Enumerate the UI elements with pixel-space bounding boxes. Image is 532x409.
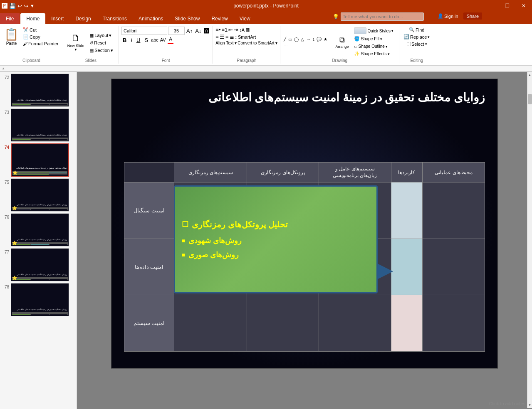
smartart-button[interactable]: SmartArt (238, 34, 256, 39)
slide-thumb-78[interactable]: 78 زوایای مختلف تحقیق در زمینهٔ امنیت سی… (2, 283, 75, 316)
italic-button[interactable]: I (129, 37, 134, 44)
decrease-indent-button[interactable]: ⇤ (228, 27, 233, 33)
line-spacing-button[interactable]: ↕ (235, 34, 238, 39)
save-icon[interactable]: 💾 (9, 3, 16, 9)
tab-review[interactable]: Review (205, 13, 233, 24)
quick-styles-dropdown-icon[interactable]: ▾ (391, 29, 393, 33)
select-dropdown[interactable]: ▾ (425, 42, 427, 46)
shape-line[interactable]: ╱ (283, 37, 287, 42)
slide-canvas[interactable]: زوایای مختلف تحقیق در زمینهٔ امنیت سیستم… (111, 79, 498, 369)
font-name-input[interactable] (121, 27, 167, 35)
scroll-down-button[interactable]: ▼ (527, 402, 532, 408)
tab-transitions[interactable]: Transitions (97, 13, 133, 24)
restore-button[interactable]: ❐ (499, 0, 515, 12)
share-button[interactable]: Share (463, 12, 482, 20)
clear-format-button[interactable]: 🅰 (203, 27, 210, 34)
tab-file[interactable]: File (0, 13, 20, 24)
new-slide-button[interactable]: 🗋 New Slide ▼ (66, 32, 86, 52)
signal-apps[interactable] (391, 182, 422, 239)
replace-dropdown[interactable]: ▾ (428, 35, 430, 39)
find-button[interactable]: 🔍 Find (407, 27, 426, 33)
shape-outline-dropdown[interactable]: ▾ (386, 44, 388, 49)
format-painter-button[interactable]: 🖌 Format Painter (21, 41, 60, 47)
data-env[interactable] (423, 239, 485, 295)
tab-design[interactable]: Design (69, 13, 97, 24)
align-center-button[interactable]: ☰ (220, 34, 225, 40)
convert-smartart-button[interactable]: Convert to SmartArt ▾ (238, 41, 277, 45)
tab-home[interactable]: Home (20, 13, 45, 24)
font-size-input[interactable] (168, 27, 185, 35)
minimize-button[interactable]: ─ (482, 0, 499, 12)
system-apps[interactable] (391, 295, 422, 352)
justify-button[interactable]: ≣ (230, 34, 234, 40)
numbering-button[interactable]: ≡1 (221, 27, 228, 33)
tab-view[interactable]: View (234, 13, 256, 24)
columns-button[interactable]: ▦ (245, 27, 250, 32)
replace-button[interactable]: 🔄 Replace ▾ (402, 34, 431, 40)
shape-triangle[interactable]: △ (300, 37, 305, 42)
customize-icon[interactable]: ▼ (30, 3, 35, 8)
shape-outline-button[interactable]: ▱ Shape Outline ▾ (351, 43, 396, 50)
tab-slideshow[interactable]: Slide Show (169, 13, 205, 24)
slide-panel[interactable]: 72 زوایای مختلف تحقیق در زمینهٔ امنیت سی… (0, 72, 77, 409)
signal-env[interactable] (423, 182, 485, 239)
select-button[interactable]: ⬚ Select ▾ (405, 41, 429, 47)
system-crypto[interactable] (174, 295, 247, 352)
increase-indent-button[interactable]: ⇥ (234, 27, 238, 33)
tab-insert[interactable]: Insert (45, 13, 69, 24)
align-text-button[interactable]: Align Text ▾ (215, 41, 237, 45)
grow-font-button[interactable]: A↑ (186, 27, 193, 34)
shape-effects-button[interactable]: ✨ Shape Effects ▾ (351, 50, 396, 57)
shape-star[interactable]: ★ (323, 37, 328, 42)
shrink-font-button[interactable]: A↓ (194, 27, 202, 34)
close-button[interactable]: ✕ (515, 0, 532, 12)
system-env[interactable] (423, 295, 485, 352)
char-spacing-button[interactable]: AV (160, 37, 166, 42)
scroll-up-button[interactable]: ▲ (527, 72, 532, 78)
arrange-button[interactable]: ⧉ Arrange (334, 35, 350, 49)
font-color-button[interactable]: A (168, 36, 174, 44)
shape-callout[interactable]: 💬 (316, 37, 322, 42)
green-overlay-box[interactable]: تحلیل پروتکل‌های رمزنگاری ☐ روش‌های شهود… (174, 185, 378, 293)
text-shadow-button[interactable]: abc (151, 37, 158, 42)
tab-animations[interactable]: Animations (133, 13, 169, 24)
shape-rect[interactable]: ▭ (287, 37, 293, 42)
bullets-button[interactable]: ≡• (215, 27, 220, 33)
section-button[interactable]: ▤ Section ▾ (87, 47, 116, 54)
slide-thumb-73[interactable]: 73 زوایای مختلف تحقیق در زمینهٔ امنیت سی… (2, 108, 75, 142)
slide-thumb-77[interactable]: 77 زوایای مختلف تحقیق در زمینهٔ امنیت سی… (2, 248, 75, 281)
cut-button[interactable]: ✂️ Cut (21, 27, 60, 33)
ruler-toggle[interactable]: ▲ (2, 67, 5, 70)
slide-area[interactable]: ▲ ▼ زوایای مختلف تحقیق در زمینهٔ امنیت س… (77, 72, 532, 409)
shapes-more[interactable]: ⋯ (283, 42, 289, 48)
copy-button[interactable]: 📄 Copy (21, 34, 60, 40)
layout-button[interactable]: ▦ Layout ▾ (87, 32, 116, 39)
quick-styles-button[interactable]: Quick Styles ▾ (351, 27, 396, 35)
system-protocol[interactable] (247, 295, 319, 352)
undo-icon[interactable]: ↩ (17, 3, 22, 9)
underline-button[interactable]: U (135, 37, 141, 44)
text-direction-button[interactable]: ↕A (239, 27, 245, 32)
slide-thumb-75[interactable]: 75 زوایای مختلف تحقیق در زمینهٔ امنیت سی… (2, 178, 75, 212)
window-controls[interactable]: ─ ❐ ✕ (482, 0, 532, 12)
slide-thumb-76[interactable]: 76 زوایای مختلف تحقیق در زمینهٔ امنیت سی… (2, 213, 75, 246)
paste-button[interactable]: 📋 Paste (2, 27, 20, 47)
shape-fill-dropdown[interactable]: ▾ (380, 37, 382, 41)
system-os[interactable] (319, 295, 391, 352)
quick-access-toolbar[interactable]: 🅿 💾 ↩ ↪ ▼ (0, 0, 35, 12)
slide-thumb-72[interactable]: 72 زوایای مختلف تحقیق در زمینهٔ امنیت سی… (2, 74, 75, 107)
shape-connector[interactable]: ⤵ (312, 37, 315, 42)
shape-effects-dropdown[interactable]: ▾ (388, 52, 390, 56)
align-left-button[interactable]: ≡ (215, 34, 219, 40)
slide-thumb-74[interactable]: 74 زوایای مختلف تحقیق در زمینهٔ امنیت سی… (2, 143, 75, 177)
align-right-button[interactable]: ≡ (225, 34, 229, 40)
shape-fill-button[interactable]: 🪣 Shape Fill ▾ (351, 35, 396, 42)
sign-in-button[interactable]: 👤 Sign in (434, 12, 462, 20)
shape-arrow[interactable]: → (305, 37, 311, 42)
tell-me-input[interactable] (341, 12, 424, 21)
data-apps[interactable] (391, 239, 422, 295)
reset-button[interactable]: ↺ Reset (87, 39, 116, 47)
strikethrough-button[interactable]: S (143, 37, 149, 44)
bold-button[interactable]: B (121, 37, 128, 44)
redo-icon[interactable]: ↪ (24, 3, 28, 9)
